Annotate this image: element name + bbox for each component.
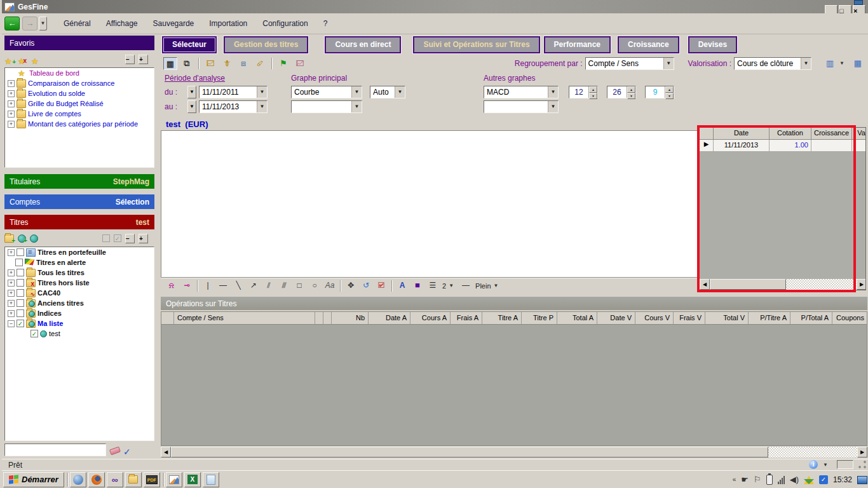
macd-fast-spinner[interactable]: 12 ▲▼: [569, 86, 598, 98]
browser-quicklaunch-icon[interactable]: [70, 472, 86, 487]
periode-analyse-title[interactable]: Période d'analyse: [165, 74, 225, 83]
ops-col-compte-sens[interactable]: Compte / Sens: [174, 312, 315, 324]
pointer-tray-icon[interactable]: ☛: [741, 473, 749, 487]
rectangle-tool-icon[interactable]: □: [292, 280, 306, 292]
menu-help[interactable]: ?: [316, 17, 336, 30]
menu-importation[interactable]: Importation: [201, 17, 255, 30]
tree-item[interactable]: + Livre de comptes: [5, 109, 154, 119]
add-list-icon[interactable]: [4, 234, 14, 243]
ops-col-cours-v[interactable]: Cours V: [635, 312, 674, 324]
expand-icon[interactable]: +: [8, 80, 15, 87]
fill-color-icon[interactable]: ■: [410, 280, 424, 292]
signal-icon[interactable]: [778, 475, 785, 484]
col-variation[interactable]: Variation: [852, 128, 866, 140]
parallel-lines-tool-icon[interactable]: ⫽: [262, 280, 276, 292]
spin-up-icon[interactable]: ▲: [665, 86, 674, 93]
arrow-tool-icon[interactable]: ↗: [247, 280, 261, 292]
chart-settings-icon[interactable]: 🗠: [293, 57, 307, 70]
item-checkbox[interactable]: [31, 330, 38, 337]
col-croissance[interactable]: Croissance: [811, 128, 852, 140]
au-date-select[interactable]: 11/11/2013 ▼: [199, 100, 268, 113]
item-checkbox[interactable]: [17, 279, 24, 287]
tree-item[interactable]: − Ma liste: [5, 318, 154, 329]
refresh-drawing-icon[interactable]: ↺: [359, 280, 373, 292]
quotes-horizontal-scrollbar[interactable]: ◀ ▶: [700, 279, 866, 290]
display-icon[interactable]: [857, 476, 867, 484]
menu-sauvegarde[interactable]: Sauvegarde: [146, 17, 202, 30]
calculator-icon[interactable]: ▦: [851, 57, 865, 70]
chevron-down-icon[interactable]: ▼: [351, 86, 362, 98]
macd-signal-spinner[interactable]: 9 ▲▼: [645, 86, 674, 98]
expand-all-button[interactable]: +: [139, 234, 148, 243]
titres-manage-icon[interactable]: [30, 234, 38, 243]
file-explorer-icon[interactable]: [125, 472, 142, 487]
macd-slow-spinner[interactable]: 26 ▲▼: [607, 86, 636, 98]
ops-col-total-v[interactable]: Total V: [705, 312, 749, 324]
tab-suivi-operations[interactable]: Suivi et Opérations sur Titres: [413, 36, 539, 53]
spin-down-icon[interactable]: ▼: [589, 93, 597, 99]
ops-col-p-titre-a[interactable]: P/Titre A: [749, 312, 790, 324]
google-drive-icon[interactable]: [804, 476, 814, 484]
ops-col-nb[interactable]: Nb: [332, 312, 369, 324]
text-tool-icon[interactable]: Aa: [323, 280, 337, 292]
vertical-line-tool-icon[interactable]: |: [201, 280, 215, 292]
ops-col-frais-a[interactable]: Frais A: [451, 312, 482, 324]
filter-flag-icon[interactable]: ⚑: [276, 57, 290, 70]
add-favorite-icon[interactable]: [4, 55, 14, 64]
comptes-header[interactable]: Comptes Sélection: [4, 194, 154, 209]
portfolio-report-icon[interactable]: ⧈: [236, 57, 250, 70]
scroll-right-icon[interactable]: ▶: [857, 447, 867, 458]
forward-button[interactable]: →: [22, 17, 37, 30]
collapse-all-button[interactable]: −: [125, 55, 135, 64]
scroll-left-icon[interactable]: ◀: [700, 279, 710, 290]
spin-down-icon[interactable]: ▼: [627, 93, 635, 99]
regroupement-select[interactable]: Compte / Sens ▼: [585, 57, 674, 70]
ops-col-date-a[interactable]: Date A: [369, 312, 410, 324]
coupons-icon[interactable]: 🜚: [253, 57, 267, 70]
quotes-data-row[interactable]: ▶ 11/11/2013 1.00: [700, 140, 865, 152]
tray-expand-icon[interactable]: «: [733, 473, 736, 487]
titres-header[interactable]: Titres test: [4, 215, 154, 229]
col-date[interactable]: Date: [714, 128, 770, 140]
tab-gestion-des-titres[interactable]: Gestion des titres: [224, 36, 308, 53]
gesfine-task-icon[interactable]: [166, 472, 182, 487]
dropbox-icon[interactable]: ✓: [819, 475, 828, 484]
ops-col-cours-a[interactable]: Cours A: [410, 312, 451, 324]
item-checkbox[interactable]: [17, 248, 24, 256]
tree-item[interactable]: Titres en alerte: [5, 257, 154, 268]
tree-item[interactable]: + Titres en portefeuille: [5, 247, 154, 257]
chevron-down-icon[interactable]: ▼: [548, 86, 558, 98]
columns-dropdown-icon[interactable]: ▼: [839, 60, 844, 66]
tab-devises[interactable]: Devises: [688, 36, 737, 53]
du-date-select[interactable]: 11/11/2011 ▼: [199, 86, 268, 98]
ops-col-frais-v[interactable]: Frais V: [674, 312, 705, 324]
channel-tool-icon[interactable]: ⫻: [277, 280, 291, 292]
spin-up-icon[interactable]: ▲: [627, 86, 635, 93]
check-all-checkbox[interactable]: [102, 234, 110, 242]
expand-icon[interactable]: +: [8, 100, 15, 107]
autres-secondary-select[interactable]: ▼: [484, 100, 559, 113]
chevron-down-icon[interactable]: ▼: [351, 101, 362, 112]
tree-item[interactable]: Tableau de bord: [5, 68, 154, 78]
hierarchy-view-icon[interactable]: ⧉: [180, 57, 194, 70]
edit-drawing-icon[interactable]: 🗹: [374, 280, 388, 292]
autres-type-select[interactable]: MACD ▼: [484, 86, 559, 98]
expand-icon[interactable]: +: [8, 310, 15, 317]
graphe-scale-select[interactable]: Auto ▼: [370, 86, 405, 98]
menu-configuration[interactable]: Configuration: [255, 17, 315, 30]
line-style-dropdown-icon[interactable]: ▼: [494, 283, 499, 288]
clock[interactable]: 15:32: [833, 475, 852, 484]
pdf-app-icon[interactable]: PDF: [144, 472, 160, 487]
expand-icon[interactable]: +: [8, 249, 15, 256]
scroll-right-icon[interactable]: ▶: [857, 279, 866, 290]
move-tool-icon[interactable]: ✥: [344, 280, 358, 292]
tree-item[interactable]: + Montant des catégories par période: [5, 119, 154, 129]
ops-col-titre-a[interactable]: Titre A: [482, 312, 522, 324]
menu-affichage[interactable]: Affichage: [98, 17, 146, 30]
apply-icon[interactable]: [123, 446, 133, 454]
line-thickness-icon[interactable]: ☰: [426, 280, 440, 292]
expand-icon[interactable]: +: [8, 121, 15, 128]
expand-all-button[interactable]: +: [139, 55, 148, 64]
firefox-quicklaunch-icon[interactable]: [88, 472, 105, 487]
chevron-down-icon[interactable]: ▼: [801, 58, 811, 69]
